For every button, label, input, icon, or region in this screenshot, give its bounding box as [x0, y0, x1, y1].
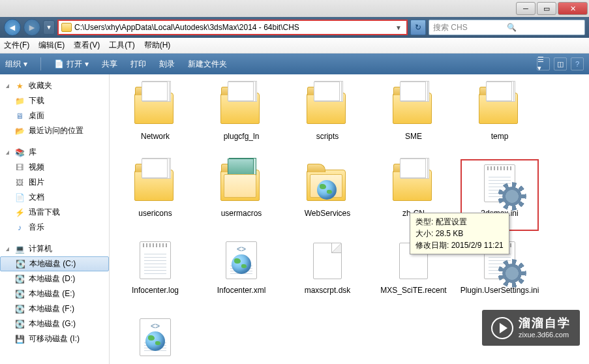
- thunder-icon: ⚡: [14, 207, 25, 218]
- drive-icon: 💽: [14, 289, 25, 299]
- file-label: WebServices: [305, 209, 350, 218]
- search-box[interactable]: 搜索 CHS 🔍: [429, 20, 585, 35]
- window-titlebar: ─ ▭ ✕: [0, 0, 589, 17]
- sidebar-item-desktop[interactable]: 🖥桌面: [0, 108, 109, 123]
- sidebar-item-videos[interactable]: 🎞视频: [0, 160, 109, 175]
- sidebar-item-music[interactable]: ♪音乐: [0, 220, 109, 235]
- file-item[interactable]: scripts: [288, 82, 367, 154]
- sidebar-item-documents[interactable]: 📄文档: [0, 190, 109, 205]
- document-icon: 📄: [14, 192, 25, 203]
- command-toolbar: 组织 ▾ 📄打开 ▾ 共享 打印 刻录 新建文件夹 ☰ ▾ ◫ ?: [0, 53, 589, 74]
- file-label: plugcfg_ln: [224, 132, 260, 141]
- menu-tools[interactable]: 工具(T): [109, 40, 134, 51]
- back-button[interactable]: ◄: [4, 19, 21, 36]
- file-item[interactable]: RecentDocuments.xml: [116, 313, 194, 364]
- computer-icon: 💻: [14, 244, 25, 254]
- file-label: temp: [491, 132, 509, 141]
- folder-icon: 📁: [14, 96, 25, 106]
- share-button[interactable]: 共享: [102, 59, 117, 70]
- tooltip-type: 类型: 配置设置: [415, 216, 504, 228]
- sidebar-item-drive-i[interactable]: 💾可移动磁盘 (I:): [0, 331, 109, 346]
- file-item[interactable]: Infocenter.xml: [202, 236, 280, 308]
- tooltip-size: 大小: 28.5 KB: [415, 228, 504, 239]
- removable-icon: 💾: [14, 334, 25, 344]
- sidebar-favorites-header[interactable]: ★ 收藏夹: [0, 78, 109, 93]
- minimize-button[interactable]: ─: [516, 2, 536, 15]
- folder-icon: [61, 23, 72, 32]
- file-label: usermacros: [221, 209, 262, 218]
- notepad-icon: 📄: [54, 59, 64, 68]
- sidebar-item-recent[interactable]: 📂最近访问的位置: [0, 123, 109, 138]
- file-item[interactable]: Network: [116, 82, 194, 154]
- open-button[interactable]: 📄打开 ▾: [54, 59, 89, 70]
- picture-icon: 🖼: [14, 177, 25, 188]
- watermark: 溜溜自学 zixue.3d66.com: [482, 310, 580, 346]
- tooltip-date: 修改日期: 2015/2/9 11:21: [415, 239, 504, 251]
- file-item[interactable]: usermacros: [202, 159, 280, 231]
- sidebar-computer-header[interactable]: 💻 计算机: [0, 241, 109, 256]
- separator: [40, 57, 41, 70]
- organize-button[interactable]: 组织 ▾: [5, 59, 27, 70]
- sidebar-item-drive-e[interactable]: 💽本地磁盘 (E:): [0, 286, 109, 301]
- sidebar-item-drive-d[interactable]: 💽本地磁盘 (D:): [0, 271, 109, 286]
- menu-file[interactable]: 文件(F): [4, 40, 29, 51]
- sidebar-libraries-header[interactable]: 📚 库: [0, 145, 109, 160]
- forward-button[interactable]: ►: [23, 19, 40, 36]
- file-item[interactable]: plugcfg_ln: [202, 82, 280, 154]
- file-label: SME: [405, 132, 422, 141]
- video-icon: 🎞: [14, 162, 25, 173]
- file-label: Infocenter.xml: [217, 286, 266, 295]
- watermark-title: 溜溜自学: [519, 316, 571, 331]
- close-button[interactable]: ✕: [558, 2, 588, 15]
- burn-button[interactable]: 刻录: [159, 59, 175, 70]
- menu-help[interactable]: 帮助(H): [144, 40, 171, 51]
- file-label: Plugin.UserSettings.ini: [461, 286, 539, 295]
- drive-icon: 💽: [15, 259, 25, 269]
- recent-icon: 📂: [14, 126, 25, 136]
- play-icon: [491, 317, 513, 339]
- file-label: maxscrpt.dsk: [305, 286, 351, 295]
- print-button[interactable]: 打印: [130, 59, 146, 70]
- star-icon: ★: [14, 81, 25, 91]
- file-item[interactable]: SME: [374, 82, 453, 154]
- address-input[interactable]: [74, 23, 393, 32]
- drive-icon: 💽: [14, 304, 25, 314]
- help-button[interactable]: ?: [571, 57, 584, 70]
- menu-view[interactable]: 查看(V): [74, 40, 100, 51]
- file-label: usericons: [138, 209, 172, 218]
- file-item[interactable]: Infocenter.log: [116, 236, 194, 308]
- menu-bar: 文件(F) 编辑(E) 查看(V) 工具(T) 帮助(H): [0, 38, 589, 53]
- file-label: MXS_SciTE.recent: [380, 286, 446, 295]
- file-label: scripts: [316, 132, 339, 141]
- search-icon: 🔍: [507, 23, 581, 32]
- drive-icon: 💽: [14, 319, 25, 329]
- drive-icon: 💽: [14, 274, 25, 284]
- preview-pane-button[interactable]: ◫: [554, 57, 567, 70]
- file-item[interactable]: WebServices: [288, 159, 367, 231]
- navigation-bar: ◄ ► ▼ ▼ ↻ 搜索 CHS 🔍: [0, 17, 589, 38]
- watermark-url: zixue.3d66.com: [519, 331, 571, 339]
- new-folder-button[interactable]: 新建文件夹: [188, 59, 227, 70]
- sidebar-item-drive-f[interactable]: 💽本地磁盘 (F:): [0, 301, 109, 316]
- desktop-icon: 🖥: [14, 111, 25, 121]
- navigation-pane: ★ 收藏夹 📁下载 🖥桌面 📂最近访问的位置 📚 库 🎞视频 🖼图片 📄文档 ⚡…: [0, 74, 110, 364]
- sidebar-item-drive-c[interactable]: 💽本地磁盘 (C:): [0, 256, 109, 271]
- sidebar-item-drive-g[interactable]: 💽本地磁盘 (G:): [0, 316, 109, 331]
- view-options-button[interactable]: ☰ ▾: [537, 57, 550, 70]
- library-icon: 📚: [14, 147, 25, 158]
- history-dropdown[interactable]: ▼: [43, 20, 55, 35]
- maximize-button[interactable]: ▭: [537, 2, 556, 15]
- file-item[interactable]: temp: [461, 82, 539, 154]
- address-dropdown[interactable]: ▼: [393, 24, 404, 31]
- file-item[interactable]: usericons: [116, 159, 194, 231]
- music-icon: ♪: [14, 222, 25, 233]
- search-placeholder: 搜索 CHS: [433, 22, 507, 33]
- address-bar[interactable]: ▼: [57, 20, 408, 35]
- menu-edit[interactable]: 编辑(E): [38, 40, 65, 51]
- file-item[interactable]: maxscrpt.dsk: [288, 236, 367, 308]
- sidebar-item-pictures[interactable]: 🖼图片: [0, 175, 109, 190]
- sidebar-item-downloads[interactable]: 📁下载: [0, 93, 109, 108]
- file-label: Network: [141, 132, 170, 141]
- sidebar-item-thunder[interactable]: ⚡迅雷下载: [0, 205, 109, 220]
- refresh-button[interactable]: ↻: [410, 20, 426, 35]
